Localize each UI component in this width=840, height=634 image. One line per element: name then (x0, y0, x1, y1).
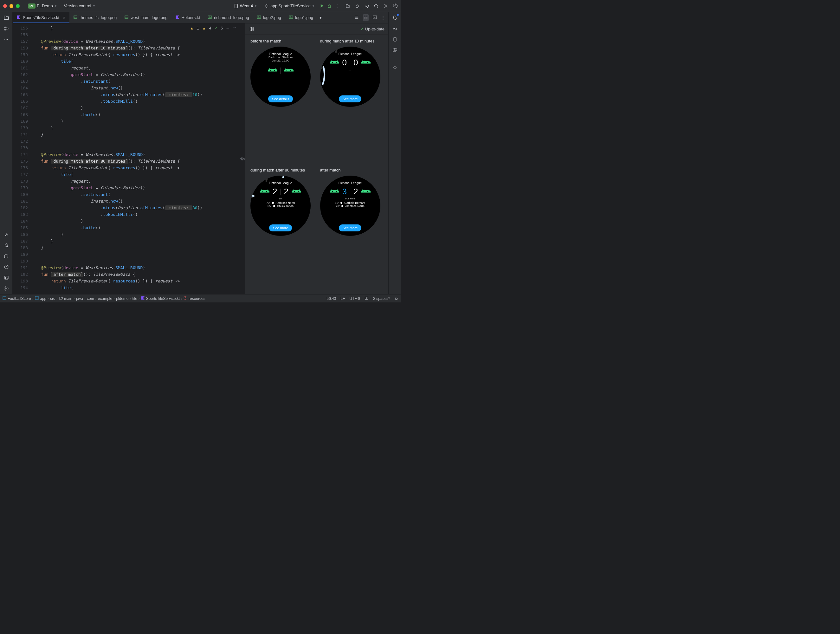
editor-tab[interactable]: logo1.png (285, 12, 317, 23)
preview-grid[interactable]: before the matchFictional LeagueBack roa… (245, 35, 388, 294)
inspection-widget[interactable]: ▲1 ▲4 ✓5 ︿ ﹀ (190, 25, 237, 31)
breadcrumb-text: app (40, 296, 46, 301)
close-tab-icon[interactable]: ✕ (62, 16, 66, 20)
breadcrumb-item[interactable]: tile (133, 296, 137, 301)
preview-layout-icon[interactable] (249, 27, 254, 32)
project-tool-icon[interactable] (3, 14, 9, 21)
image-preview-icon[interactable] (373, 15, 377, 21)
editor-tab[interactable]: richmond_logo.png (204, 12, 253, 23)
ai-assistant-icon[interactable] (392, 65, 398, 71)
image-file-icon (257, 15, 261, 20)
grid-view-icon[interactable] (363, 14, 369, 21)
debug-button[interactable] (327, 3, 332, 9)
code-editor[interactable]: ▲1 ▲4 ✓5 ︿ ﹀ 155156157158159160161162163… (13, 24, 241, 294)
vcs-widget[interactable]: Version control ▾ (62, 2, 97, 9)
tab-label: richmond_logo.png (214, 15, 249, 20)
watch-face: Fictional LeagueBack road StadiumJun 21,… (250, 47, 311, 107)
tile-action-button[interactable]: See more (339, 95, 362, 103)
project-name: PLDemo (37, 3, 53, 8)
device-selector[interactable]: Wear 4 ▾ (231, 2, 259, 10)
file-encoding[interactable]: UTF-8 (349, 296, 360, 301)
more-actions[interactable]: ⋮ (335, 3, 339, 9)
project-badge: PL (28, 3, 35, 9)
updates-icon[interactable] (355, 3, 360, 9)
breadcrumb-text: java (76, 296, 83, 301)
svg-point-7 (375, 4, 377, 7)
build-tool-icon[interactable] (3, 231, 9, 238)
preview-tile[interactable]: after matchFictional League32Full-time85… (320, 168, 384, 290)
caret-position[interactable]: 56:43 (327, 296, 336, 301)
tab-label: logo1.png (295, 15, 313, 20)
tab-overflow-chevron[interactable]: ▾ (319, 15, 322, 20)
emulator-icon[interactable] (392, 47, 398, 53)
breadcrumb-item[interactable]: example (98, 296, 112, 301)
preview-tile[interactable]: during match after 80 minutesFictional L… (250, 168, 314, 290)
readonly-toggle-icon[interactable] (365, 296, 369, 301)
code-area[interactable]: } @Preview(device = WearDevices.SMALL_RO… (31, 24, 241, 294)
list-view-icon[interactable] (354, 15, 359, 21)
breadcrumbs[interactable]: FootballScore›app›src›main›java›com›exam… (3, 296, 327, 301)
tile-action-button[interactable]: See more (339, 225, 362, 231)
prev-highlight-icon[interactable]: ︿ (226, 25, 230, 31)
editor-tab[interactable]: SportsTileService.kt✕ (13, 12, 69, 23)
breadcrumb-item[interactable]: src (50, 296, 55, 301)
breadcrumb-text: SportsTileService.kt (146, 296, 180, 301)
device-manager-icon[interactable] (392, 36, 398, 43)
bookmarks-tool-icon[interactable] (3, 242, 9, 248)
run-config-label: app.SportsTileService (270, 3, 311, 8)
search-icon[interactable] (374, 3, 379, 9)
tile-action-button[interactable]: See more (269, 225, 292, 231)
split-handle[interactable]: �é (241, 24, 245, 294)
code-with-me-icon[interactable] (345, 3, 350, 9)
run-button[interactable] (319, 3, 324, 9)
problems-tool-icon[interactable] (3, 264, 9, 270)
editor-tab[interactable]: logo2.png (253, 12, 285, 23)
more-tool-icon[interactable]: ⋯ (3, 36, 9, 43)
tab-options-icon[interactable]: ⋮ (381, 15, 385, 20)
breadcrumb-item[interactable]: app (35, 296, 46, 301)
weak-warning-icon: ✓ (214, 26, 218, 30)
breadcrumb-item[interactable]: com (87, 296, 94, 301)
account-icon[interactable] (393, 3, 398, 9)
next-highlight-icon[interactable]: ﹀ (233, 25, 237, 31)
svg-rect-42 (395, 298, 398, 299)
editor-tab[interactable]: Helpers.kt (172, 12, 204, 23)
structure-tool-icon[interactable] (3, 25, 9, 32)
breadcrumb-item[interactable]: FootballScore (3, 296, 31, 301)
svg-rect-33 (252, 29, 254, 31)
tab-label: SportsTileService.kt (23, 15, 59, 20)
window-maximize[interactable] (16, 4, 20, 8)
vcs-tool-icon[interactable] (3, 285, 9, 292)
editor-tab[interactable]: west_ham_logo.png (120, 12, 171, 23)
line-separator[interactable]: LF (340, 296, 345, 301)
profiler-icon[interactable] (364, 3, 369, 9)
profiler-rail-icon[interactable] (392, 25, 398, 32)
status-bar: FootballScore›app›src›main›java›com›exam… (0, 294, 401, 302)
team-logo-icon (268, 66, 277, 74)
image-file-icon (124, 15, 129, 20)
breadcrumb-item[interactable]: pldemo (116, 296, 128, 301)
left-tool-rail: ⋯ (0, 12, 13, 294)
error-count: 1 (197, 26, 199, 30)
breadcrumb-item[interactable]: java (76, 296, 83, 301)
breadcrumb-item[interactable]: main (59, 296, 72, 301)
device-label: Wear 4 (240, 3, 253, 8)
logcat-tool-icon[interactable] (3, 253, 9, 259)
preview-tile[interactable]: before the matchFictional LeagueBack roa… (250, 39, 314, 161)
project-selector[interactable]: PL PLDemo ▾ (25, 2, 59, 10)
tile-action-button[interactable]: See details (268, 95, 293, 103)
breadcrumb-item[interactable]: resources (183, 296, 205, 301)
indent-widget[interactable]: 2 spaces* (373, 296, 390, 301)
tab-label: themes_fc_logo.png (80, 15, 117, 20)
window-minimize[interactable] (9, 4, 13, 8)
settings-icon[interactable] (383, 3, 388, 9)
lock-icon[interactable] (394, 296, 398, 301)
terminal-tool-icon[interactable] (3, 275, 9, 281)
preview-tile[interactable]: during match after 10 minutesFictional L… (320, 39, 384, 161)
run-config-selector[interactable]: app.SportsTileService ▾ (262, 2, 317, 10)
editor-tab[interactable]: themes_fc_logo.png (69, 12, 120, 23)
window-close[interactable] (3, 4, 7, 8)
notifications-icon[interactable] (392, 14, 398, 21)
breadcrumb-item[interactable]: SportsTileService.kt (141, 296, 180, 301)
gutter[interactable]: 1551561571581591601611621631641651661671… (13, 24, 31, 294)
